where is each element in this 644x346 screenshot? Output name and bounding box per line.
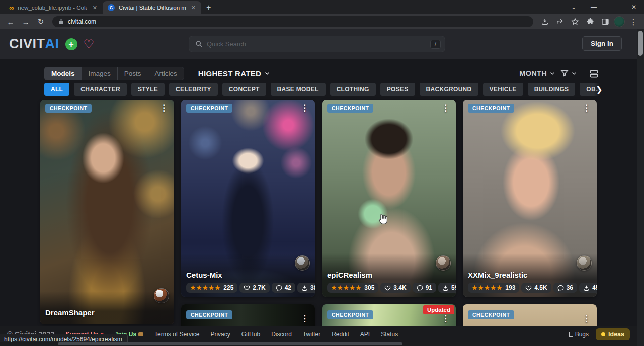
chevron-down-icon xyxy=(571,70,577,76)
model-type-badge: CHECKPOINT xyxy=(327,104,373,113)
scrollbar-thumb[interactable] xyxy=(58,342,403,345)
close-window-button[interactable]: ✕ xyxy=(624,4,644,11)
card-stats: 193 4.5K 36 45K xyxy=(468,283,592,293)
briefcase-icon xyxy=(138,332,143,336)
filter-funnel-button[interactable] xyxy=(560,69,577,77)
tab-close-icon[interactable]: ✕ xyxy=(190,4,197,12)
create-plus-button[interactable]: + xyxy=(65,38,77,50)
search-shortcut-key: / xyxy=(430,40,441,49)
model-card-dreamshaper[interactable]: CHECKPOINT ⋮ DreamShaper xyxy=(40,100,174,324)
maximize-button[interactable] xyxy=(604,4,624,11)
chip-vehicle[interactable]: VEHICLE xyxy=(483,83,523,96)
period-dropdown[interactable]: MONTH xyxy=(519,69,555,77)
chevron-down-icon xyxy=(264,70,270,76)
chip-celebrity[interactable]: CELEBRITY xyxy=(169,83,218,96)
footer-link-twitter[interactable]: Twitter xyxy=(303,331,320,338)
model-card-cetus-mix[interactable]: CHECKPOINT ⋮ Cetus-Mix 225 2.7K 42 38K xyxy=(181,100,315,297)
browser-menu-kebab-icon[interactable]: ⋮ xyxy=(627,17,640,27)
minimize-button[interactable]: — xyxy=(584,4,604,11)
scrollbar-thumb[interactable] xyxy=(638,31,643,56)
footer-link-privacy[interactable]: Privacy xyxy=(210,331,230,338)
tab-models[interactable]: Models xyxy=(45,67,82,80)
rating-pill: 305 xyxy=(327,283,378,293)
heart-icon xyxy=(525,285,532,291)
civitai-page: CIVITAI + ♡ / Sign In Models Images Post… xyxy=(0,29,644,346)
footer-link-reddit[interactable]: Reddit xyxy=(332,331,349,338)
chip-base-model[interactable]: BASE MODEL xyxy=(271,83,326,96)
grid-column: CHECKPOINT ⋮ epiCRealism 305 3.4K 91 59K xyxy=(322,100,456,346)
sign-in-button[interactable]: Sign In xyxy=(582,36,622,51)
tab-articles[interactable]: Articles xyxy=(148,67,184,80)
side-panel-icon[interactable] xyxy=(599,18,612,26)
model-card-xxmix[interactable]: CHECKPOINT ⋮ XXMix_9realistic 193 4.5K 3… xyxy=(463,100,597,297)
heart-icon[interactable]: ♡ xyxy=(84,38,95,50)
tab-civitai[interactable]: C Civitai | Stable Diffusion models, ✕ xyxy=(103,1,201,14)
site-header: CIVITAI + ♡ / Sign In xyxy=(0,29,644,59)
search-bar[interactable]: / xyxy=(189,36,445,52)
tab-search-icon[interactable]: ⌄ xyxy=(564,4,584,11)
downloads-pill: 59K xyxy=(438,283,456,293)
footer-link-status[interactable]: Status xyxy=(381,331,398,338)
download-icon xyxy=(301,285,308,291)
chip-poses[interactable]: POSES xyxy=(380,83,415,96)
extensions-puzzle-icon[interactable] xyxy=(584,18,597,26)
bugs-button[interactable]: Bugs xyxy=(569,331,589,338)
card-menu-kebab-icon[interactable]: ⋮ xyxy=(438,313,453,325)
comments-pill: 42 xyxy=(272,283,295,293)
card-menu-kebab-icon[interactable]: ⋮ xyxy=(438,103,453,114)
footer-link-api[interactable]: API xyxy=(360,331,370,338)
tab-images[interactable]: Images xyxy=(82,67,118,80)
chip-character[interactable]: CHARACTER xyxy=(74,83,127,96)
tab-title: new_colab_file.ipynb - Colaborat xyxy=(18,5,87,11)
new-tab-button[interactable]: + xyxy=(206,3,211,12)
chip-concept[interactable]: CONCEPT xyxy=(222,83,266,96)
star-rating-icons xyxy=(331,284,362,291)
card-menu-kebab-icon[interactable]: ⋮ xyxy=(156,103,171,114)
footer-link-github[interactable]: GitHub xyxy=(242,331,260,338)
card-stats: 305 3.4K 91 59K xyxy=(327,283,451,293)
model-type-badge: CHECKPOINT xyxy=(45,104,92,113)
heart-icon xyxy=(244,285,250,291)
url-bar[interactable]: civitai.com xyxy=(52,16,533,27)
chevron-down-icon xyxy=(549,70,555,76)
chip-all[interactable]: ALL xyxy=(44,83,69,96)
model-type-badge: CHECKPOINT xyxy=(186,310,232,319)
chip-style[interactable]: STYLE xyxy=(131,83,165,96)
star-rating-icons xyxy=(472,284,503,291)
save-page-icon[interactable] xyxy=(538,18,551,26)
layout-toggle-icon[interactable] xyxy=(589,69,599,78)
ideas-button[interactable]: Ideas xyxy=(596,328,630,340)
footer-link-discord[interactable]: Discord xyxy=(271,331,292,338)
card-menu-kebab-icon[interactable]: ⋮ xyxy=(297,103,312,114)
colab-favicon-icon: ∞ xyxy=(9,5,14,11)
bookmark-star-icon[interactable] xyxy=(569,18,582,26)
browser-profile-avatar[interactable] xyxy=(614,16,625,27)
card-menu-kebab-icon[interactable]: ⋮ xyxy=(297,313,312,325)
search-input[interactable] xyxy=(207,40,426,48)
card-info-overlay: DreamShaper xyxy=(40,291,174,324)
footer-link-terms[interactable]: Terms of Service xyxy=(154,331,199,338)
vertical-scrollbar[interactable] xyxy=(637,29,644,346)
chip-background[interactable]: BACKGROUND xyxy=(420,83,478,96)
download-icon xyxy=(583,285,590,291)
back-button[interactable]: ← xyxy=(4,18,17,26)
reload-button[interactable]: ↻ xyxy=(34,17,47,26)
share-icon[interactable] xyxy=(553,18,567,26)
card-menu-kebab-icon[interactable]: ⋮ xyxy=(579,313,594,325)
card-menu-kebab-icon[interactable]: ⋮ xyxy=(579,103,594,114)
chip-clothing[interactable]: CLOTHING xyxy=(330,83,376,96)
tab-colab[interactable]: ∞ new_colab_file.ipynb - Colaborat ✕ xyxy=(4,1,103,14)
tab-posts[interactable]: Posts xyxy=(118,67,148,80)
civitai-logo[interactable]: CIVITAI xyxy=(9,36,59,52)
tab-close-icon[interactable]: ✕ xyxy=(91,4,99,12)
comments-pill: 91 xyxy=(413,283,436,293)
comment-icon xyxy=(276,285,282,291)
comments-pill: 36 xyxy=(553,283,577,293)
sort-dropdown[interactable]: HIGHEST RATED xyxy=(198,69,270,78)
chip-buildings[interactable]: BUILDINGS xyxy=(528,83,576,96)
likes-count: 2.7K xyxy=(253,284,265,291)
forward-button[interactable]: → xyxy=(19,18,32,26)
horizontal-scrollbar[interactable] xyxy=(0,342,637,346)
model-card-epicrealism[interactable]: CHECKPOINT ⋮ epiCRealism 305 3.4K 91 59K xyxy=(322,100,456,297)
chips-scroll-right-icon[interactable]: ❯ xyxy=(594,83,605,96)
